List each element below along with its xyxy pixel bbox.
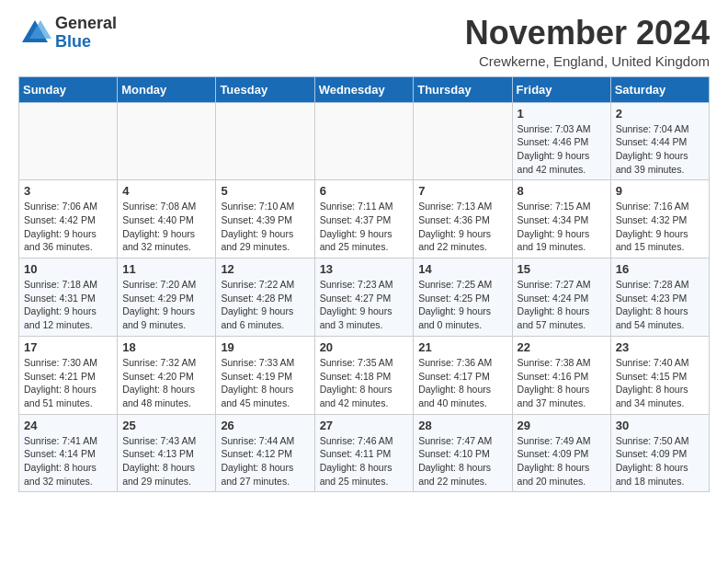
logo-blue: Blue bbox=[55, 32, 91, 51]
month-title: November 2024 bbox=[465, 15, 710, 52]
day-number: 5 bbox=[221, 184, 309, 198]
day-info: Sunrise: 7:15 AM Sunset: 4:34 PM Dayligh… bbox=[518, 200, 606, 254]
day-number: 20 bbox=[320, 340, 409, 354]
day-cell-11: 11Sunrise: 7:20 AM Sunset: 4:29 PM Dayli… bbox=[118, 259, 216, 337]
header-tuesday: Tuesday bbox=[216, 76, 314, 102]
header-row-days: SundayMondayTuesdayWednesdayThursdayFrid… bbox=[19, 76, 710, 102]
day-number: 13 bbox=[320, 262, 409, 276]
day-cell-24: 24Sunrise: 7:41 AM Sunset: 4:14 PM Dayli… bbox=[19, 414, 118, 492]
day-cell-empty bbox=[118, 102, 216, 180]
day-number: 26 bbox=[221, 419, 309, 432]
day-cell-7: 7Sunrise: 7:13 AM Sunset: 4:36 PM Daylig… bbox=[414, 180, 512, 259]
day-info: Sunrise: 7:46 AM Sunset: 4:11 PM Dayligh… bbox=[320, 434, 409, 488]
day-cell-empty bbox=[216, 102, 314, 180]
day-info: Sunrise: 7:13 AM Sunset: 4:36 PM Dayligh… bbox=[418, 200, 506, 254]
day-cell-18: 18Sunrise: 7:32 AM Sunset: 4:20 PM Dayli… bbox=[118, 336, 216, 414]
day-number: 7 bbox=[418, 184, 506, 198]
day-info: Sunrise: 7:16 AM Sunset: 4:32 PM Dayligh… bbox=[616, 200, 704, 254]
day-info: Sunrise: 7:50 AM Sunset: 4:09 PM Dayligh… bbox=[616, 434, 704, 488]
day-number: 8 bbox=[518, 184, 606, 198]
week-row-3: 17Sunrise: 7:30 AM Sunset: 4:21 PM Dayli… bbox=[19, 336, 710, 414]
logo-icon bbox=[18, 17, 51, 50]
day-cell-20: 20Sunrise: 7:35 AM Sunset: 4:18 PM Dayli… bbox=[314, 336, 414, 414]
day-cell-30: 30Sunrise: 7:50 AM Sunset: 4:09 PM Dayli… bbox=[610, 414, 709, 492]
week-row-4: 24Sunrise: 7:41 AM Sunset: 4:14 PM Dayli… bbox=[19, 414, 710, 492]
day-info: Sunrise: 7:20 AM Sunset: 4:29 PM Dayligh… bbox=[122, 278, 210, 332]
day-cell-27: 27Sunrise: 7:46 AM Sunset: 4:11 PM Dayli… bbox=[314, 414, 414, 492]
day-number: 1 bbox=[518, 107, 606, 121]
day-number: 16 bbox=[616, 262, 704, 276]
page-container: General Blue November 2024 Crewkerne, En… bbox=[0, 0, 728, 501]
day-cell-1: 1Sunrise: 7:03 AM Sunset: 4:46 PM Daylig… bbox=[512, 102, 610, 180]
logo-general: General bbox=[55, 14, 117, 32]
title-block: November 2024 Crewkerne, England, United… bbox=[465, 15, 710, 69]
day-cell-21: 21Sunrise: 7:36 AM Sunset: 4:17 PM Dayli… bbox=[414, 336, 512, 414]
day-info: Sunrise: 7:43 AM Sunset: 4:13 PM Dayligh… bbox=[122, 434, 210, 488]
day-cell-16: 16Sunrise: 7:28 AM Sunset: 4:23 PM Dayli… bbox=[610, 259, 709, 337]
subtitle: Crewkerne, England, United Kingdom bbox=[465, 53, 710, 69]
logo-text: General Blue bbox=[55, 15, 117, 52]
calendar: SundayMondayTuesdayWednesdayThursdayFrid… bbox=[18, 76, 710, 493]
day-number: 29 bbox=[518, 419, 606, 432]
day-number: 6 bbox=[320, 184, 409, 198]
day-number: 4 bbox=[122, 184, 210, 198]
day-cell-10: 10Sunrise: 7:18 AM Sunset: 4:31 PM Dayli… bbox=[19, 259, 118, 337]
day-info: Sunrise: 7:38 AM Sunset: 4:16 PM Dayligh… bbox=[518, 356, 606, 410]
day-number: 15 bbox=[518, 262, 606, 276]
header-thursday: Thursday bbox=[414, 76, 512, 102]
day-number: 24 bbox=[24, 419, 112, 432]
header-row: General Blue November 2024 Crewkerne, En… bbox=[18, 15, 710, 69]
day-number: 23 bbox=[616, 340, 704, 354]
day-info: Sunrise: 7:10 AM Sunset: 4:39 PM Dayligh… bbox=[221, 200, 309, 254]
day-info: Sunrise: 7:27 AM Sunset: 4:24 PM Dayligh… bbox=[518, 278, 606, 332]
day-number: 14 bbox=[418, 262, 506, 276]
day-info: Sunrise: 7:36 AM Sunset: 4:17 PM Dayligh… bbox=[418, 356, 506, 410]
week-row-0: 1Sunrise: 7:03 AM Sunset: 4:46 PM Daylig… bbox=[19, 102, 710, 180]
day-number: 11 bbox=[122, 262, 210, 276]
day-number: 21 bbox=[418, 340, 506, 354]
header-wednesday: Wednesday bbox=[314, 76, 414, 102]
day-info: Sunrise: 7:49 AM Sunset: 4:09 PM Dayligh… bbox=[518, 434, 606, 488]
day-info: Sunrise: 7:06 AM Sunset: 4:42 PM Dayligh… bbox=[24, 200, 112, 254]
day-number: 9 bbox=[616, 184, 704, 198]
day-info: Sunrise: 7:03 AM Sunset: 4:46 PM Dayligh… bbox=[518, 122, 606, 177]
day-cell-13: 13Sunrise: 7:23 AM Sunset: 4:27 PM Dayli… bbox=[314, 259, 414, 337]
day-number: 2 bbox=[616, 107, 704, 121]
day-number: 18 bbox=[122, 340, 210, 354]
day-cell-15: 15Sunrise: 7:27 AM Sunset: 4:24 PM Dayli… bbox=[512, 259, 610, 337]
day-cell-empty bbox=[19, 102, 118, 180]
day-info: Sunrise: 7:40 AM Sunset: 4:15 PM Dayligh… bbox=[616, 356, 704, 410]
day-info: Sunrise: 7:23 AM Sunset: 4:27 PM Dayligh… bbox=[320, 278, 409, 332]
day-info: Sunrise: 7:35 AM Sunset: 4:18 PM Dayligh… bbox=[320, 356, 409, 410]
day-info: Sunrise: 7:25 AM Sunset: 4:25 PM Dayligh… bbox=[418, 278, 506, 332]
day-cell-6: 6Sunrise: 7:11 AM Sunset: 4:37 PM Daylig… bbox=[314, 180, 414, 259]
week-row-1: 3Sunrise: 7:06 AM Sunset: 4:42 PM Daylig… bbox=[19, 180, 710, 259]
day-cell-4: 4Sunrise: 7:08 AM Sunset: 4:40 PM Daylig… bbox=[118, 180, 216, 259]
day-cell-5: 5Sunrise: 7:10 AM Sunset: 4:39 PM Daylig… bbox=[216, 180, 314, 259]
header-monday: Monday bbox=[118, 76, 216, 102]
day-info: Sunrise: 7:22 AM Sunset: 4:28 PM Dayligh… bbox=[221, 278, 309, 332]
day-info: Sunrise: 7:44 AM Sunset: 4:12 PM Dayligh… bbox=[221, 434, 309, 488]
day-info: Sunrise: 7:28 AM Sunset: 4:23 PM Dayligh… bbox=[616, 278, 704, 332]
day-info: Sunrise: 7:41 AM Sunset: 4:14 PM Dayligh… bbox=[24, 434, 112, 488]
header-friday: Friday bbox=[512, 76, 610, 102]
calendar-body: 1Sunrise: 7:03 AM Sunset: 4:46 PM Daylig… bbox=[19, 102, 710, 492]
week-row-2: 10Sunrise: 7:18 AM Sunset: 4:31 PM Dayli… bbox=[19, 259, 710, 337]
day-number: 28 bbox=[418, 419, 506, 432]
day-info: Sunrise: 7:32 AM Sunset: 4:20 PM Dayligh… bbox=[122, 356, 210, 410]
day-number: 30 bbox=[616, 419, 704, 432]
day-number: 19 bbox=[221, 340, 309, 354]
day-cell-28: 28Sunrise: 7:47 AM Sunset: 4:10 PM Dayli… bbox=[414, 414, 512, 492]
day-info: Sunrise: 7:11 AM Sunset: 4:37 PM Dayligh… bbox=[320, 200, 409, 254]
day-info: Sunrise: 7:47 AM Sunset: 4:10 PM Dayligh… bbox=[418, 434, 506, 488]
day-number: 25 bbox=[122, 419, 210, 432]
calendar-header: SundayMondayTuesdayWednesdayThursdayFrid… bbox=[19, 76, 710, 102]
day-cell-26: 26Sunrise: 7:44 AM Sunset: 4:12 PM Dayli… bbox=[216, 414, 314, 492]
day-number: 3 bbox=[24, 184, 112, 198]
day-cell-29: 29Sunrise: 7:49 AM Sunset: 4:09 PM Dayli… bbox=[512, 414, 610, 492]
day-info: Sunrise: 7:33 AM Sunset: 4:19 PM Dayligh… bbox=[221, 356, 309, 410]
day-cell-22: 22Sunrise: 7:38 AM Sunset: 4:16 PM Dayli… bbox=[512, 336, 610, 414]
day-cell-3: 3Sunrise: 7:06 AM Sunset: 4:42 PM Daylig… bbox=[19, 180, 118, 259]
day-number: 12 bbox=[221, 262, 309, 276]
day-cell-9: 9Sunrise: 7:16 AM Sunset: 4:32 PM Daylig… bbox=[610, 180, 709, 259]
